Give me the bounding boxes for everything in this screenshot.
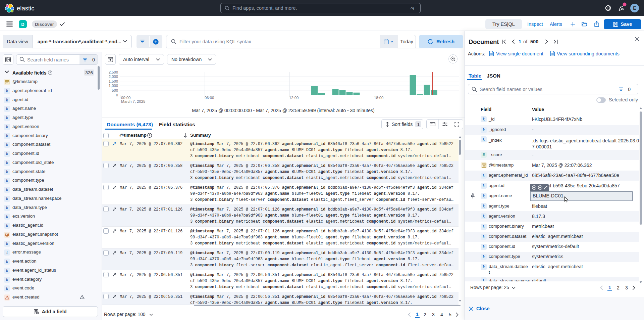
svg-text:1,500: 1,500 bbox=[109, 79, 118, 83]
svg-text:1,000: 1,000 bbox=[109, 84, 118, 88]
svg-text:500: 500 bbox=[112, 88, 118, 92]
svg-text:12:00: 12:00 bbox=[289, 96, 299, 100]
svg-text:2,500: 2,500 bbox=[109, 70, 118, 74]
svg-text:2,000: 2,000 bbox=[109, 75, 118, 79]
svg-text:0: 0 bbox=[116, 93, 118, 97]
svg-text:March 7, 2025: March 7, 2025 bbox=[121, 99, 145, 103]
svg-text:18:00: 18:00 bbox=[374, 96, 383, 100]
svg-text:06:00: 06:00 bbox=[205, 96, 214, 100]
